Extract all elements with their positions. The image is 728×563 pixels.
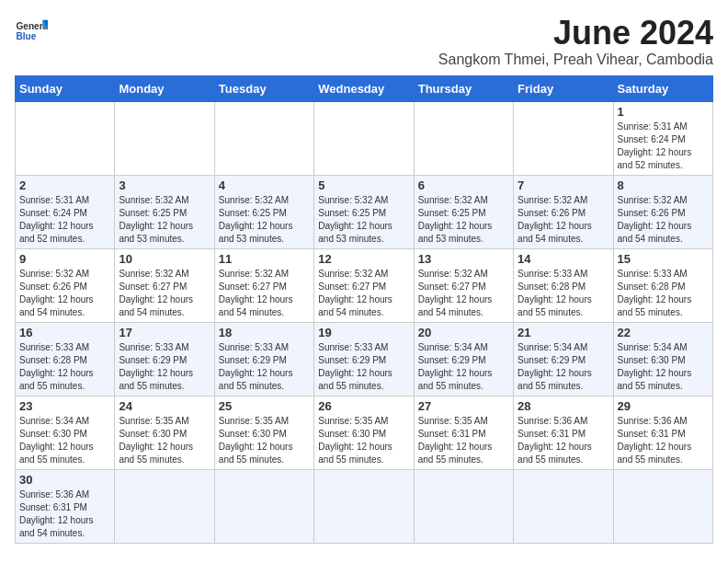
page-container: General Blue June 2024 Sangkom Thmei, Pr…	[15, 15, 713, 544]
calendar-cell: 13Sunrise: 5:32 AM Sunset: 6:27 PM Dayli…	[414, 248, 513, 322]
calendar-cell: 9Sunrise: 5:32 AM Sunset: 6:26 PM Daylig…	[16, 248, 115, 322]
day-number: 1	[618, 105, 709, 119]
day-info: Sunrise: 5:32 AM Sunset: 6:26 PM Dayligh…	[518, 194, 609, 246]
week-row-4: 16Sunrise: 5:33 AM Sunset: 6:28 PM Dayli…	[16, 322, 713, 396]
day-number: 18	[219, 326, 310, 339]
day-info: Sunrise: 5:32 AM Sunset: 6:25 PM Dayligh…	[119, 194, 210, 246]
day-number: 10	[119, 252, 210, 266]
calendar-cell	[314, 469, 414, 543]
day-number: 8	[618, 178, 709, 192]
calendar-cell: 18Sunrise: 5:33 AM Sunset: 6:29 PM Dayli…	[214, 322, 313, 396]
day-number: 22	[618, 326, 709, 339]
day-info: Sunrise: 5:32 AM Sunset: 6:26 PM Dayligh…	[19, 268, 110, 319]
day-number: 14	[518, 252, 609, 266]
calendar-cell: 29Sunrise: 5:36 AM Sunset: 6:31 PM Dayli…	[613, 396, 712, 469]
calendar-cell: 4Sunrise: 5:32 AM Sunset: 6:25 PM Daylig…	[214, 175, 313, 248]
calendar-cell	[514, 469, 613, 543]
calendar-cell: 23Sunrise: 5:34 AM Sunset: 6:30 PM Dayli…	[16, 396, 115, 469]
day-number: 30	[19, 473, 110, 487]
calendar-cell: 22Sunrise: 5:34 AM Sunset: 6:30 PM Dayli…	[613, 322, 712, 396]
day-number: 17	[119, 326, 210, 339]
day-info: Sunrise: 5:31 AM Sunset: 6:24 PM Dayligh…	[618, 121, 709, 172]
calendar-cell: 25Sunrise: 5:35 AM Sunset: 6:30 PM Dayli…	[214, 396, 313, 469]
day-number: 15	[618, 252, 709, 266]
calendar-cell	[414, 101, 513, 175]
day-info: Sunrise: 5:34 AM Sunset: 6:30 PM Dayligh…	[19, 415, 110, 466]
header-tuesday: Tuesday	[214, 75, 313, 101]
calendar-cell: 28Sunrise: 5:36 AM Sunset: 6:31 PM Dayli…	[514, 396, 613, 469]
header-wednesday: Wednesday	[314, 75, 414, 101]
calendar-subtitle: Sangkom Thmei, Preah Vihear, Cambodia	[438, 52, 713, 68]
calendar-cell: 30Sunrise: 5:36 AM Sunset: 6:31 PM Dayli…	[16, 469, 115, 543]
calendar-cell: 1Sunrise: 5:31 AM Sunset: 6:24 PM Daylig…	[613, 101, 712, 175]
calendar-cell: 17Sunrise: 5:33 AM Sunset: 6:29 PM Dayli…	[115, 322, 214, 396]
header-sunday: Sunday	[16, 75, 115, 101]
calendar-cell: 12Sunrise: 5:32 AM Sunset: 6:27 PM Dayli…	[314, 248, 414, 322]
day-number: 6	[418, 178, 509, 192]
day-number: 27	[418, 399, 509, 413]
calendar-cell	[16, 101, 115, 175]
header-friday: Friday	[514, 75, 613, 101]
day-info: Sunrise: 5:32 AM Sunset: 6:25 PM Dayligh…	[318, 194, 409, 246]
day-number: 25	[219, 399, 310, 413]
calendar-cell: 11Sunrise: 5:32 AM Sunset: 6:27 PM Dayli…	[214, 248, 313, 322]
calendar-cell: 3Sunrise: 5:32 AM Sunset: 6:25 PM Daylig…	[115, 175, 214, 248]
day-number: 28	[518, 399, 609, 413]
day-number: 16	[19, 326, 110, 339]
day-number: 11	[219, 252, 310, 266]
calendar-cell: 19Sunrise: 5:33 AM Sunset: 6:29 PM Dayli…	[314, 322, 414, 396]
calendar-cell	[414, 469, 513, 543]
calendar-cell	[214, 469, 313, 543]
day-number: 5	[318, 178, 409, 192]
week-row-1: 1Sunrise: 5:31 AM Sunset: 6:24 PM Daylig…	[16, 101, 713, 175]
calendar-cell: 10Sunrise: 5:32 AM Sunset: 6:27 PM Dayli…	[115, 248, 214, 322]
generalblue-logo-icon: General Blue	[15, 15, 48, 48]
day-info: Sunrise: 5:32 AM Sunset: 6:27 PM Dayligh…	[318, 268, 409, 319]
day-info: Sunrise: 5:31 AM Sunset: 6:24 PM Dayligh…	[19, 194, 110, 246]
day-info: Sunrise: 5:33 AM Sunset: 6:28 PM Dayligh…	[19, 341, 110, 393]
header: General Blue June 2024 Sangkom Thmei, Pr…	[15, 15, 713, 68]
calendar-cell: 5Sunrise: 5:32 AM Sunset: 6:25 PM Daylig…	[314, 175, 414, 248]
calendar-cell: 27Sunrise: 5:35 AM Sunset: 6:31 PM Dayli…	[414, 396, 513, 469]
week-row-6: 30Sunrise: 5:36 AM Sunset: 6:31 PM Dayli…	[16, 469, 713, 543]
day-info: Sunrise: 5:33 AM Sunset: 6:29 PM Dayligh…	[318, 341, 409, 393]
day-info: Sunrise: 5:32 AM Sunset: 6:26 PM Dayligh…	[618, 194, 709, 246]
day-info: Sunrise: 5:36 AM Sunset: 6:31 PM Dayligh…	[19, 488, 110, 540]
day-info: Sunrise: 5:33 AM Sunset: 6:28 PM Dayligh…	[618, 268, 709, 319]
day-info: Sunrise: 5:32 AM Sunset: 6:27 PM Dayligh…	[119, 268, 210, 319]
day-info: Sunrise: 5:36 AM Sunset: 6:31 PM Dayligh…	[518, 415, 609, 466]
day-number: 4	[219, 178, 310, 192]
calendar-title: June 2024	[438, 15, 713, 52]
day-info: Sunrise: 5:34 AM Sunset: 6:29 PM Dayligh…	[518, 341, 609, 393]
calendar-table: Sunday Monday Tuesday Wednesday Thursday…	[15, 75, 713, 544]
week-row-3: 9Sunrise: 5:32 AM Sunset: 6:26 PM Daylig…	[16, 248, 713, 322]
calendar-cell: 20Sunrise: 5:34 AM Sunset: 6:29 PM Dayli…	[414, 322, 513, 396]
calendar-cell: 6Sunrise: 5:32 AM Sunset: 6:25 PM Daylig…	[414, 175, 513, 248]
calendar-cell: 26Sunrise: 5:35 AM Sunset: 6:30 PM Dayli…	[314, 396, 414, 469]
day-number: 23	[19, 399, 110, 413]
header-saturday: Saturday	[613, 75, 712, 101]
day-number: 2	[19, 178, 110, 192]
calendar-cell	[115, 101, 214, 175]
day-info: Sunrise: 5:33 AM Sunset: 6:29 PM Dayligh…	[119, 341, 210, 393]
day-number: 19	[318, 326, 409, 339]
svg-text:Blue: Blue	[16, 31, 36, 41]
logo: General Blue	[15, 15, 48, 48]
week-row-5: 23Sunrise: 5:34 AM Sunset: 6:30 PM Dayli…	[16, 396, 713, 469]
day-info: Sunrise: 5:32 AM Sunset: 6:27 PM Dayligh…	[418, 268, 509, 319]
calendar-cell	[613, 469, 712, 543]
day-number: 20	[418, 326, 509, 339]
calendar-cell: 14Sunrise: 5:33 AM Sunset: 6:28 PM Dayli…	[514, 248, 613, 322]
calendar-cell: 7Sunrise: 5:32 AM Sunset: 6:26 PM Daylig…	[514, 175, 613, 248]
calendar-cell: 21Sunrise: 5:34 AM Sunset: 6:29 PM Dayli…	[514, 322, 613, 396]
day-number: 26	[318, 399, 409, 413]
calendar-cell	[514, 101, 613, 175]
day-info: Sunrise: 5:32 AM Sunset: 6:25 PM Dayligh…	[219, 194, 310, 246]
title-section: June 2024 Sangkom Thmei, Preah Vihear, C…	[438, 15, 713, 68]
calendar-cell: 16Sunrise: 5:33 AM Sunset: 6:28 PM Dayli…	[16, 322, 115, 396]
day-info: Sunrise: 5:34 AM Sunset: 6:29 PM Dayligh…	[418, 341, 509, 393]
day-info: Sunrise: 5:34 AM Sunset: 6:30 PM Dayligh…	[618, 341, 709, 393]
day-number: 13	[418, 252, 509, 266]
day-info: Sunrise: 5:32 AM Sunset: 6:25 PM Dayligh…	[418, 194, 509, 246]
day-info: Sunrise: 5:33 AM Sunset: 6:29 PM Dayligh…	[219, 341, 310, 393]
